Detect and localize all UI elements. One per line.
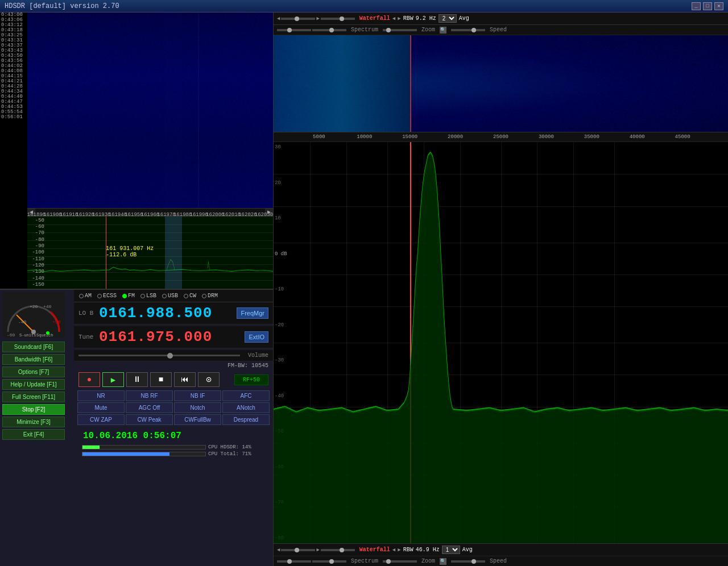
tune-freq-display[interactable]: 0161.975.000 <box>99 328 245 346</box>
mode-cw[interactable]: CW <box>182 292 198 299</box>
proc-buttons: NRNB RFNB IFAFCMuteAGC OffNotchANotchCW … <box>74 389 273 426</box>
proc-button-nb-rf[interactable]: NB RF <box>126 390 173 401</box>
bottom-second-controls: Spectrum Zoom 🔍 Speed <box>274 556 728 566</box>
mode-am[interactable]: AM <box>77 292 93 299</box>
volume-slider[interactable] <box>78 355 240 356</box>
svg-marker-11 <box>274 153 728 543</box>
bottom-controls: ◀ ▶ Waterfall ◀ ▶ RBW 46.9 Hz 124 Avg <box>274 543 728 556</box>
options-button[interactable]: Options [F7] <box>2 367 65 377</box>
proc-button-afc[interactable]: AFC <box>222 390 270 401</box>
freqmgr-button[interactable]: FreqMgr <box>237 307 268 319</box>
zoom-icon-bottom: 🔍 <box>440 558 446 565</box>
maximize-button[interactable]: □ <box>703 2 712 10</box>
proc-button-nb-if[interactable]: NB IF <box>174 390 221 401</box>
spectrum-svg <box>27 217 273 289</box>
bandwidth-button[interactable]: Bandwidth [F6] <box>2 354 65 365</box>
proc-button-cw-peak[interactable]: CW Peak <box>126 414 173 425</box>
fullscreen-button[interactable]: Full Screen [F11] <box>2 392 65 402</box>
loop-button[interactable]: ⊙ <box>198 372 220 387</box>
bottom-slider-2[interactable] <box>321 549 355 551</box>
minimize-button[interactable]: Minimize [F3] <box>2 417 65 427</box>
big-freq-label: 35000 <box>584 134 599 140</box>
proc-button-cw-zap[interactable]: CW ZAP <box>77 414 125 425</box>
extio-button[interactable]: ExtIO <box>245 331 268 343</box>
big-freq-label: 45000 <box>675 134 690 140</box>
exit-button[interactable]: Exit [F4] <box>2 429 65 440</box>
big-freq-label: 10000 <box>357 134 372 140</box>
stop-transport-button[interactable]: ■ <box>150 372 172 387</box>
speed-label-top: Speed <box>490 27 507 33</box>
zoom-slider-bottom[interactable] <box>383 560 417 563</box>
spectrum-highlight-band <box>165 217 182 289</box>
rbw-value-top: 9.2 Hz <box>416 15 436 22</box>
close-button[interactable]: ✕ <box>714 2 723 10</box>
stop-button[interactable]: Stop [F2] <box>2 404 65 415</box>
rbw-select-top[interactable]: 214 <box>439 14 457 23</box>
zoom-slider-top[interactable] <box>383 29 417 31</box>
proc-button-despread[interactable]: Despread <box>222 414 270 425</box>
spectrum-slider-2[interactable] <box>312 29 346 31</box>
soundcard-button[interactable]: Soundcard [F6] <box>2 342 65 352</box>
volume-thumb <box>167 353 173 359</box>
am-radio <box>79 294 84 298</box>
minimize-button[interactable]: _ <box>692 2 701 10</box>
waterfall-slider-2[interactable] <box>321 18 355 20</box>
right-controls: AM ECSS FM LSB <box>74 290 273 566</box>
mode-fm[interactable]: FM <box>121 292 136 299</box>
bottom-spectrum-slider-1[interactable] <box>277 560 311 563</box>
bottom-slider-1[interactable] <box>281 549 315 551</box>
proc-button-agc-off[interactable]: AGC Off <box>126 402 173 413</box>
speed-label-bottom: Speed <box>490 558 507 564</box>
mode-usb[interactable]: USB <box>160 292 180 299</box>
speed-slider-bottom[interactable] <box>451 560 485 563</box>
rbw-label-top: RBW <box>403 15 413 22</box>
mode-drm[interactable]: DRM <box>200 292 220 299</box>
svg-text:S-units: S-units <box>19 333 36 338</box>
proc-button-cwfullbw[interactable]: CWFullBw <box>174 414 221 425</box>
proc-button-mute[interactable]: Mute <box>77 402 125 413</box>
waterfall-display[interactable] <box>27 13 273 208</box>
bottom-waterfall-sliders: ◀ ▶ <box>277 547 355 553</box>
waterfall-panel[interactable]: 0:43:000:43:060:43:120:43:180:43:250:43:… <box>0 13 273 289</box>
spectrum-slider-1[interactable] <box>277 29 311 31</box>
bottom-spectrum-slider-2[interactable] <box>312 560 346 563</box>
svg-text:+60: +60 <box>52 319 61 324</box>
big-freq-label: 30000 <box>539 134 554 140</box>
big-freq-label: 20000 <box>448 134 463 140</box>
window-buttons: _ □ ✕ <box>692 2 723 10</box>
big-freq-scale: 5000100001500020000250003000035000400004… <box>274 132 728 142</box>
big-spectrum-display[interactable]: 3020100 dB-10-20-30-40-50-60-70-80 <box>274 142 728 543</box>
titlebar: HDSDR [default] version 2.70 _ □ ✕ <box>0 0 728 13</box>
proc-button-anotch[interactable]: ANotch <box>222 402 270 413</box>
waterfall-label-bottom: Waterfall <box>359 547 390 553</box>
record-button[interactable]: ● <box>78 372 100 387</box>
spectrum-label-top: Spectrum <box>351 27 378 33</box>
spectrum-sliders-top <box>277 29 346 31</box>
cpu-meters: CPU HDSDR: 14% CPU Total: 71% <box>78 443 268 459</box>
mode-ecss[interactable]: ECSS <box>96 292 118 299</box>
proc-button-notch[interactable]: Notch <box>174 402 221 413</box>
mode-lsb[interactable]: LSB <box>139 292 158 299</box>
pause-button[interactable]: ⏸ <box>126 372 148 387</box>
cpu-total-label: CPU Total: 71% <box>208 451 265 457</box>
status-area: 10.06.2016 0:56:07 CPU HDSDR: 14% <box>74 426 273 461</box>
lo-freq-display[interactable]: 0161.988.500 <box>99 305 237 322</box>
ecss-radio <box>97 294 102 298</box>
transport-controls: ● ▶ ⏸ ■ ⏮ ⊙ RF+50 <box>74 370 273 389</box>
right-top-controls: ◀ ▶ Waterfall ◀ ▶ RBW 9.2 Hz 214 Avg <box>274 13 728 25</box>
play-button[interactable]: ▶ <box>102 372 124 387</box>
cpu-hdsdr-bar-bg <box>82 445 206 450</box>
svg-text:-40: -40 <box>18 319 27 324</box>
zoom-label-top: Zoom <box>421 27 435 33</box>
proc-button-nr[interactable]: NR <box>77 390 125 401</box>
waterfall-slider-1[interactable] <box>281 18 315 20</box>
rbw-select-bottom[interactable]: 124 <box>442 546 460 554</box>
speed-slider-top[interactable] <box>451 29 485 31</box>
big-waterfall-display[interactable] <box>274 35 728 132</box>
volume-label: Volume <box>248 352 268 359</box>
spectrum-panel[interactable]: -50-60-70-80-90-100-110-120-130-140-150 … <box>27 216 273 289</box>
help-button[interactable]: Help / Update [F1] <box>2 379 65 390</box>
cpu-hdsdr-row: CPU HDSDR: 14% <box>82 444 265 450</box>
rewind-button[interactable]: ⏮ <box>174 372 196 387</box>
rf-plus-button[interactable]: RF+50 <box>234 374 268 385</box>
